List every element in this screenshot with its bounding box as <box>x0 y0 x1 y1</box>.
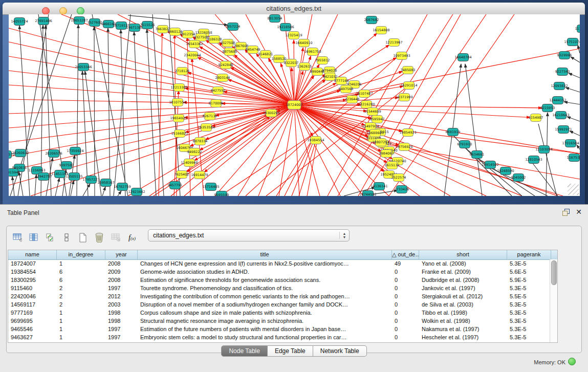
graph-node-2522574[interactable]: 2522574 <box>391 174 406 182</box>
table-options-button[interactable]: ⚙ <box>10 230 25 245</box>
graph-node-2803144[interactable]: 2803144 <box>215 74 230 82</box>
graph-node-9595599[interactable]: 9595599 <box>214 191 229 196</box>
row-selector-button[interactable] <box>59 230 74 245</box>
close-panel-icon[interactable]: ✕ <box>576 208 582 216</box>
graph-node-20053346[interactable]: 20053346 <box>75 63 92 71</box>
scrollbar-thumb[interactable] <box>551 260 557 285</box>
table-row[interactable]: 1872400712008Changes of HCN gene express… <box>8 260 557 268</box>
graph-node-12093832[interactable]: 12093832 <box>551 82 568 90</box>
column-header-title[interactable]: title <box>138 250 392 259</box>
graph-node-12810543[interactable]: 12810543 <box>525 156 542 164</box>
graph-node-19384554[interactable]: 19384554 <box>307 137 324 144</box>
graph-node-16353584[interactable]: 16353584 <box>198 124 214 132</box>
table-selector-dropdown[interactable]: citations_edges.txt ▲▼ <box>148 229 350 242</box>
column-header-out_de[interactable]: △ out_de… <box>392 250 419 259</box>
graph-node-10248590[interactable]: 10248590 <box>497 167 514 175</box>
graph-node-16154808[interactable]: 16154808 <box>373 27 389 34</box>
table-row[interactable]: 969969511998Structural magnetic resonanc… <box>8 317 557 325</box>
graph-node-16107487[interactable]: 16107487 <box>356 90 373 98</box>
graph-node-8322037[interactable]: 8322037 <box>284 59 299 67</box>
graph-node-12325419[interactable]: 12325419 <box>285 32 302 39</box>
graph-node-8267130[interactable]: 8267130 <box>203 113 217 120</box>
float-panel-icon[interactable] <box>562 209 570 216</box>
table-row[interactable]: 977716911998Corpus callosum shape and si… <box>8 309 557 317</box>
function-builder-button[interactable]: f(x) <box>124 230 140 245</box>
graph-node-1527602[interactable]: 1527602 <box>88 19 102 27</box>
graph-node-8170086[interactable]: 8170086 <box>209 100 224 107</box>
graph-node-1112846[interactable]: 1112846 <box>575 25 580 33</box>
graph-node-12103054[interactable]: 12103054 <box>535 146 552 154</box>
graph-node-2236448[interactable]: 2236448 <box>345 96 360 103</box>
graph-node-16782759[interactable]: 16782759 <box>114 183 130 191</box>
graph-node-9242848[interactable]: 9242848 <box>219 61 233 69</box>
table-row[interactable]: 2242004622012Investigating the contribut… <box>8 293 557 301</box>
graph-node-8595947[interactable]: 8595947 <box>370 116 385 123</box>
graph-node-9329966[interactable]: 9329966 <box>557 52 572 59</box>
graph-node-2718126[interactable]: 2718126 <box>175 68 190 75</box>
graph-node-15751074[interactable]: 15751074 <box>564 38 580 46</box>
graph-node-8878334[interactable]: 8878334 <box>193 138 208 145</box>
graph-node-10973493[interactable]: 10973493 <box>393 52 410 60</box>
graph-node-16640910[interactable]: 16640910 <box>295 39 312 47</box>
graph-node-15166822[interactable]: 15166822 <box>171 130 188 138</box>
graph-node-16291014[interactable]: 16291014 <box>400 82 417 90</box>
memory-status-indicator[interactable] <box>568 358 576 365</box>
graph-node-17016504[interactable]: 17016504 <box>562 140 579 147</box>
select-all-checks-button[interactable]: ✓✓ <box>42 230 58 245</box>
graph-node-13216280[interactable]: 13216280 <box>358 101 375 108</box>
graph-node-7625402[interactable]: 7625402 <box>175 171 189 179</box>
table-row[interactable]: 911546021997Tourette syndrome. Phenomeno… <box>8 285 557 293</box>
graph-node-14136141[interactable]: 14136141 <box>371 183 387 190</box>
graph-node-9634661[interactable]: 9634661 <box>470 151 485 159</box>
graph-node-12444152[interactable]: 12444152 <box>549 97 566 104</box>
column-header-short[interactable]: short <box>419 250 507 259</box>
graph-node-9146821[interactable]: 9146821 <box>258 51 273 58</box>
graph-node-10653287[interactable]: 10653287 <box>71 17 88 25</box>
window-titlebar[interactable]: citations_edges.txt <box>3 3 585 15</box>
graph-node-9984067[interactable]: 9984067 <box>379 150 394 158</box>
graph-node-12213967[interactable]: 12213967 <box>385 39 402 47</box>
graph-node-1167533[interactable]: 1167533 <box>567 154 580 162</box>
graph-node-16210643[interactable]: 16210643 <box>552 112 569 119</box>
graph-node-19218506[interactable]: 19218506 <box>277 24 294 31</box>
column-header-name[interactable]: name <box>8 250 57 259</box>
graph-node-27691406[interactable]: 27691406 <box>35 17 52 25</box>
table-row[interactable]: 946554611997Estimation of the future num… <box>8 325 557 334</box>
column-header-year[interactable]: year <box>105 250 138 259</box>
window-resize-grip[interactable] <box>568 184 579 195</box>
graph-node-15716485[interactable]: 15716485 <box>202 183 219 191</box>
table-row[interactable]: 946362711997Embryonic stem cells: a mode… <box>8 334 557 342</box>
table-row[interactable]: 1456911722003Disruption of a novel membe… <box>8 301 557 309</box>
table-row[interactable]: 1830029562008Estimation of significance … <box>8 276 557 285</box>
graph-node-8427552[interactable]: 8427552 <box>211 87 226 95</box>
column-header-in_degree[interactable]: in_degree <box>57 250 105 259</box>
graph-node-7515526[interactable]: 7515526 <box>140 21 155 29</box>
vertical-scrollbar[interactable] <box>550 259 557 342</box>
table-row[interactable]: 1938455462009Genome-wide association stu… <box>8 268 557 276</box>
graph-node-8186328[interactable]: 8186328 <box>207 36 222 43</box>
graph-node-8691919[interactable]: 8691919 <box>446 128 461 136</box>
graph-node-14055724[interactable]: 14055724 <box>11 18 28 26</box>
graph-node-1615132[interactable]: 1615132 <box>385 162 400 169</box>
graph-node-6791910[interactable]: 6791910 <box>458 141 472 148</box>
graph-node-1733426[interactable]: 1733426 <box>395 186 409 193</box>
graph-node-10744502[interactable]: 10744502 <box>359 191 376 196</box>
graph-node-8454749[interactable]: 8454749 <box>246 46 260 54</box>
graph-node-7955812[interactable]: 7955812 <box>315 57 330 64</box>
graph-node-9397587[interactable]: 9397587 <box>59 162 74 169</box>
graph-node-17359924[interactable]: 17359924 <box>67 147 83 155</box>
column-header-pagerank[interactable]: pagerank <box>507 250 551 259</box>
trash-button[interactable] <box>92 230 107 245</box>
graph-node-9227343[interactable]: 9227343 <box>555 68 570 76</box>
graph-node-1154987[interactable]: 1154987 <box>529 114 543 122</box>
graph-node-8912354[interactable]: 8912354 <box>181 31 195 38</box>
graph-node-9457791[interactable]: 9457791 <box>168 182 183 189</box>
graph-node-9498222[interactable]: 9498222 <box>187 148 202 156</box>
graph-node-2087682[interactable]: 2087682 <box>364 16 379 24</box>
graph-node-8215953[interactable]: 8215953 <box>540 104 555 112</box>
graph-node-9327508[interactable]: 9327508 <box>221 39 235 47</box>
graph-node-7485083[interactable]: 7485083 <box>401 67 416 74</box>
new-document-button[interactable] <box>75 230 91 245</box>
graph-node-18724007[interactable]: 18724007 <box>286 101 302 110</box>
graph-node-19854923[interactable]: 19854923 <box>399 129 416 137</box>
